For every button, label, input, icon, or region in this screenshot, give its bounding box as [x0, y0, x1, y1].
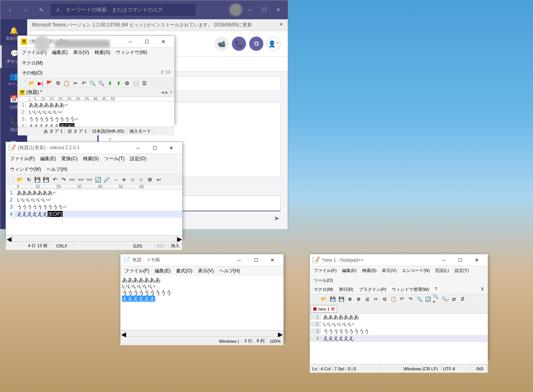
cut-icon[interactable]: ✂ [372, 295, 380, 303]
menu-edit[interactable]: 編集(E) [39, 155, 57, 163]
forward-button[interactable]: › [19, 4, 32, 16]
line[interactable]: ううううううううう [26, 116, 75, 122]
redo-icon[interactable]: ↷ [59, 176, 67, 183]
minimize-button[interactable]: ─ [244, 4, 256, 16]
option-icon[interactable]: ⬜ [132, 79, 140, 87]
maximize-button[interactable]: ☐ [248, 255, 264, 266]
grep-icon[interactable]: 🔎 [103, 176, 111, 183]
menu-settings[interactable]: 設定(T) [453, 267, 470, 274]
menu-view[interactable]: 表示(V) [196, 267, 215, 275]
option-icon[interactable]: ⚙ [123, 79, 131, 87]
menu-file[interactable]: ファイル(F) [8, 155, 36, 163]
tab-new1[interactable]: new 1 ⊠ [311, 305, 337, 312]
zoomin-icon[interactable]: 🔍+ [433, 295, 440, 303]
menu-search[interactable]: 検索(S) [81, 155, 100, 163]
minimize-button[interactable]: ─ [122, 36, 138, 47]
type-icon[interactable]: ☆ [129, 176, 137, 183]
menu-help[interactable]: ? [433, 286, 439, 293]
notepad-titlebar[interactable]: 📄 無題 - メモ帳 ─ ☐ ✕ [120, 254, 283, 266]
line[interactable]: ううううううううう [321, 328, 369, 334]
sakura-titlebar[interactable]: 📝 (無題)1(更新) - sakura 2.2.0.1 ─ ☐ ✕ [6, 142, 182, 154]
menu-search[interactable]: 検索(S) [93, 48, 112, 57]
menu-edit[interactable]: 編集(E) [341, 267, 358, 274]
line[interactable]: ええええええ [26, 123, 59, 127]
menu-encoding[interactable]: エンコード(N) [400, 267, 431, 274]
menu-settings[interactable]: 設定(O) [128, 155, 148, 163]
refresh-icon[interactable]: ↻ [25, 176, 33, 183]
replace-icon[interactable]: 🔄 [424, 295, 432, 303]
outline-icon[interactable]: ≡ [120, 176, 128, 183]
menu-format[interactable]: 書式(O) [174, 267, 194, 275]
menu-view[interactable]: 表示(V) [72, 48, 91, 57]
compose-button[interactable]: ✎ [35, 4, 48, 16]
menu-edit[interactable]: 編集(E) [50, 48, 69, 57]
minimize-button[interactable]: ─ [231, 255, 247, 266]
menu-edit[interactable]: 編集(E) [153, 267, 172, 275]
flag-icon[interactable]: 🚩 [45, 79, 53, 87]
hscroll-left[interactable]: ◀ [6, 235, 12, 241]
close-icon[interactable]: ⊗ [346, 295, 354, 303]
search-icon[interactable]: 👓 [68, 176, 76, 183]
back-button[interactable]: ‹ [4, 4, 16, 16]
new-icon[interactable]: 📄 [19, 79, 27, 87]
print-icon[interactable]: 🖨 [363, 295, 371, 303]
menu-window[interactable]: ウィンドウ(W) [8, 165, 43, 174]
menu-tools[interactable]: ツール(T) [103, 155, 126, 163]
cut-icon[interactable]: ✂ [71, 79, 79, 87]
line[interactable]: ええええええ [15, 211, 48, 217]
menu-window[interactable]: ウィンドウ管理(W) [390, 286, 431, 293]
jump-icon[interactable]: → [111, 176, 119, 183]
menu-help[interactable]: ヘルプ(H) [218, 267, 242, 275]
search-input[interactable]: 人、キーワードの検索、またはコマンドの入力 [51, 4, 196, 16]
send-button[interactable]: ➤ [274, 214, 279, 222]
menu-plugins[interactable]: プラグイン(P) [357, 286, 388, 293]
menu-x[interactable]: X [479, 286, 485, 293]
open-icon[interactable]: 📂 [28, 79, 36, 87]
line[interactable]: いいいいいい [15, 197, 48, 203]
audio-call-button[interactable]: 📞 [232, 37, 246, 51]
menu-macro[interactable]: マクロ(M) [20, 59, 44, 67]
paste-icon[interactable]: 📋 [63, 79, 70, 87]
wrap-icon[interactable]: ↩ [155, 176, 163, 183]
zoomout-icon[interactable]: 🔍- [441, 295, 449, 303]
tab-close-icon[interactable]: ⊠ [331, 306, 335, 311]
banner-close-icon[interactable]: ✕ [279, 22, 283, 28]
new-icon[interactable]: 📄 [7, 176, 15, 183]
line[interactable]: あああああああ [26, 102, 65, 108]
menu-macro[interactable]: マクロ(M) [312, 286, 335, 293]
notepadpp-titlebar[interactable]: 📝 *new 1 - Notepad++ ─ ☐ ✕ [310, 254, 488, 266]
menu-other[interactable]: その他(O) [20, 69, 44, 77]
close-button[interactable]: ✕ [469, 255, 485, 266]
notepadpp-editor[interactable]: 1あああああああ 2いいいいいい 3ううううううううう 4ええええええ [310, 314, 488, 364]
menu-file[interactable]: ファイル(F) [123, 267, 151, 275]
close-button[interactable]: ✕ [155, 36, 171, 47]
type-icon[interactable]: ☆ [137, 176, 145, 183]
tab-label[interactable]: (無題) * [25, 89, 42, 96]
line[interactable]: いいいいいい [26, 109, 59, 115]
line[interactable]: あああああああ [15, 190, 53, 196]
down-icon[interactable]: ⬇ [106, 79, 114, 87]
saveall-icon[interactable]: 💾 [337, 295, 345, 303]
close-button[interactable]: ✕ [163, 142, 179, 153]
menu-window[interactable]: ウィンドウ(W) [114, 48, 148, 57]
search-icon[interactable]: 👓 [85, 176, 93, 183]
notepad-editor[interactable]: あああああああ いいいいいい ううううううううう ええええええ [120, 276, 283, 330]
video-call-button[interactable]: 📹 [215, 37, 229, 51]
redo-icon[interactable]: ↷ [407, 295, 415, 303]
menu-tools[interactable]: ツール(O) [312, 277, 335, 284]
maximize-button[interactable]: ☐ [139, 36, 155, 47]
save-icon[interactable]: ▶| [37, 79, 44, 87]
line[interactable]: ううううううううう [15, 204, 63, 210]
closeall-icon[interactable]: ⊗ [355, 295, 363, 303]
menu-file[interactable]: ファイル(F) [312, 267, 338, 274]
menu-search[interactable]: 検索(S) [361, 267, 378, 274]
screenshare-button[interactable]: ⧉ [249, 37, 263, 51]
open-icon[interactable]: 📂 [16, 176, 24, 183]
close-button[interactable]: ✕ [265, 255, 280, 266]
menu-view[interactable]: 表示(V) [380, 267, 398, 274]
minimize-button[interactable]: ─ [130, 142, 146, 153]
up-icon[interactable]: ⬆ [115, 79, 122, 87]
menu-convert[interactable]: 変換(C) [60, 155, 79, 163]
paste-icon[interactable]: 📋 [389, 295, 397, 303]
undo-icon[interactable]: ↶ [80, 79, 88, 87]
